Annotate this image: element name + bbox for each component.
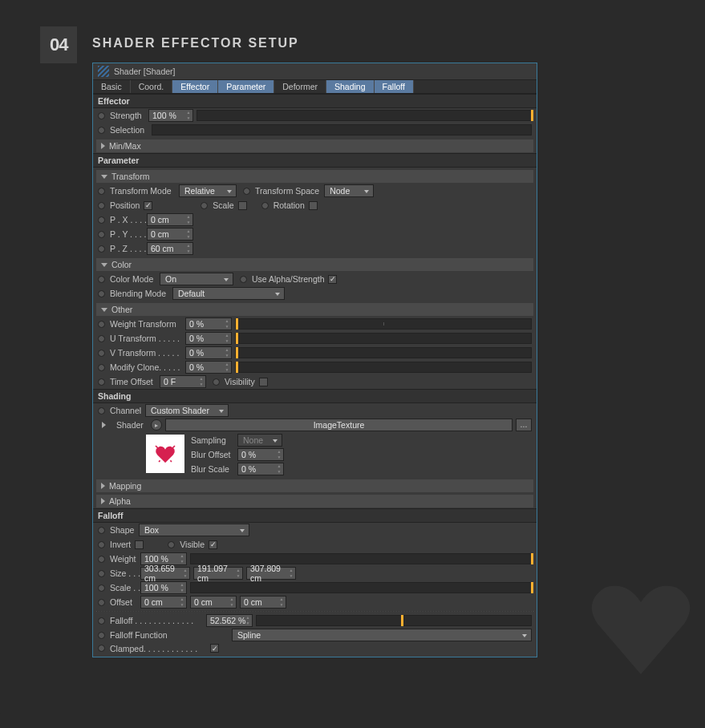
anim-dot[interactable] xyxy=(98,350,105,357)
anim-dot[interactable] xyxy=(98,570,105,577)
anim-dot[interactable] xyxy=(98,378,105,386)
tab-parameter[interactable]: Parameter xyxy=(218,80,274,93)
alpha-header[interactable]: Alpha xyxy=(96,495,533,508)
blending-mode-label: Blending Mode xyxy=(110,289,172,298)
anim-dot[interactable] xyxy=(98,617,105,625)
anim-dot[interactable] xyxy=(98,290,105,297)
use-alpha-checkbox[interactable]: ✓ xyxy=(328,275,337,284)
anim-dot[interactable] xyxy=(98,231,105,238)
tab-coord[interactable]: Coord. xyxy=(131,80,173,93)
v-transform-slider[interactable] xyxy=(235,347,532,358)
anim-dot[interactable] xyxy=(240,276,247,283)
offset-z-input[interactable]: 0 cm▲▼ xyxy=(240,596,286,609)
anim-dot[interactable] xyxy=(98,245,105,253)
time-offset-input[interactable]: 0 F▲▼ xyxy=(160,375,206,388)
anim-dot[interactable] xyxy=(98,584,105,592)
offset-y-input[interactable]: 0 cm▲▼ xyxy=(190,596,237,609)
transform-space-label: Transform Space xyxy=(255,186,319,196)
transform-header[interactable]: Transform xyxy=(96,170,533,183)
invert-checkbox[interactable] xyxy=(135,540,144,549)
tab-deformer[interactable]: Deformer xyxy=(274,80,326,93)
shader-link[interactable]: ImageTexture xyxy=(165,419,513,431)
falloff-weight-slider[interactable] xyxy=(190,553,532,564)
anim-dot[interactable] xyxy=(98,188,105,195)
nav-arrow-icon[interactable]: ▸ xyxy=(151,419,162,431)
falloff-scale-slider[interactable] xyxy=(190,582,532,593)
anim-dot[interactable] xyxy=(98,632,105,639)
anim-dot[interactable] xyxy=(201,202,208,209)
u-transform-input[interactable]: 0 %▲▼ xyxy=(185,332,232,345)
anim-dot[interactable] xyxy=(98,127,105,134)
anim-dot[interactable] xyxy=(168,541,175,548)
falloff-slider[interactable] xyxy=(256,615,532,626)
anim-dot[interactable] xyxy=(98,335,105,342)
color-mode-dropdown[interactable]: On xyxy=(160,273,233,285)
tab-shading[interactable]: Shading xyxy=(326,80,375,93)
modify-clone-input[interactable]: 0 %▲▼ xyxy=(185,361,232,374)
anim-dot[interactable] xyxy=(98,645,105,652)
tab-basic[interactable]: Basic xyxy=(93,80,131,93)
shader-thumbnail[interactable] xyxy=(146,435,184,473)
py-input[interactable]: 0 cm▲▼ xyxy=(147,228,193,241)
shape-dropdown[interactable]: Box xyxy=(139,524,249,536)
size-y-input[interactable]: 191.097 cm▲▼ xyxy=(193,567,243,580)
anim-dot[interactable] xyxy=(261,202,269,209)
position-checkbox[interactable]: ✓ xyxy=(144,201,152,210)
anim-dot[interactable] xyxy=(98,527,105,534)
scale-checkbox[interactable] xyxy=(238,201,247,210)
background-splat-icon xyxy=(561,552,705,696)
invert-label: Invert xyxy=(110,540,131,549)
anim-dot[interactable] xyxy=(98,407,105,415)
falloff-scale-input[interactable]: 100 %▲▼ xyxy=(140,581,187,594)
pz-input[interactable]: 60 cm▲▼ xyxy=(147,242,193,255)
strength-slider[interactable] xyxy=(197,110,532,121)
selection-input[interactable] xyxy=(152,124,532,135)
anim-dot[interactable] xyxy=(243,188,250,195)
blur-scale-input[interactable]: 0 %▲▼ xyxy=(237,463,284,475)
minmax-header[interactable]: Min/Max xyxy=(96,140,533,152)
channel-dropdown[interactable]: Custom Shader xyxy=(145,404,229,417)
px-input[interactable]: 0 cm▲▼ xyxy=(147,213,193,226)
section-parameter: Parameter xyxy=(93,153,537,168)
anim-dot[interactable] xyxy=(98,112,105,119)
size-z-input[interactable]: 307.809 cm▲▼ xyxy=(246,567,296,580)
offset-x-input[interactable]: 0 cm▲▼ xyxy=(140,596,187,609)
shader-options-button[interactable]: ... xyxy=(516,419,532,431)
visible-checkbox[interactable]: ✓ xyxy=(209,540,217,549)
blur-offset-input[interactable]: 0 %▲▼ xyxy=(237,448,284,461)
time-offset-label: Time Offset xyxy=(110,377,160,386)
sampling-dropdown[interactable]: None xyxy=(237,434,282,447)
tab-falloff[interactable]: Falloff xyxy=(375,80,414,93)
falloff-weight-label: Weight xyxy=(110,554,140,564)
rotation-checkbox[interactable] xyxy=(309,201,318,210)
transform-mode-dropdown[interactable]: Relative xyxy=(179,184,237,197)
weight-transform-slider[interactable] xyxy=(235,318,532,330)
strength-input[interactable]: 100 %▲▼ xyxy=(148,109,193,122)
mapping-header[interactable]: Mapping xyxy=(96,479,533,492)
offset-label: Offset xyxy=(110,597,140,607)
anim-dot[interactable] xyxy=(98,216,105,224)
falloff-value-input[interactable]: 52.562 %▲▼ xyxy=(206,614,253,627)
anim-dot[interactable] xyxy=(98,202,105,209)
anim-dot[interactable] xyxy=(98,364,105,371)
anim-dot[interactable] xyxy=(98,556,105,563)
anim-dot[interactable] xyxy=(98,321,105,328)
weight-transform-input[interactable]: 0 %▲▼ xyxy=(185,317,232,330)
color-header[interactable]: Color xyxy=(96,258,533,271)
falloff-function-dropdown[interactable]: Spline xyxy=(232,629,532,641)
anim-dot[interactable] xyxy=(98,541,105,548)
u-transform-slider[interactable] xyxy=(235,333,532,344)
modify-clone-slider[interactable] xyxy=(235,362,532,373)
visibility-checkbox[interactable] xyxy=(259,378,268,386)
blending-mode-dropdown[interactable]: Default xyxy=(172,287,285,300)
v-transform-input[interactable]: 0 %▲▼ xyxy=(185,346,232,359)
anim-dot[interactable] xyxy=(98,276,105,283)
size-x-input[interactable]: 303.659 cm▲▼ xyxy=(140,567,190,580)
other-header[interactable]: Other xyxy=(96,303,533,316)
tab-effector[interactable]: Effector xyxy=(172,80,218,93)
expand-icon[interactable] xyxy=(102,422,106,428)
transform-space-dropdown[interactable]: Node xyxy=(324,184,374,197)
anim-dot[interactable] xyxy=(213,378,220,386)
clamped-checkbox[interactable]: ✓ xyxy=(210,644,219,653)
anim-dot[interactable] xyxy=(98,599,105,606)
